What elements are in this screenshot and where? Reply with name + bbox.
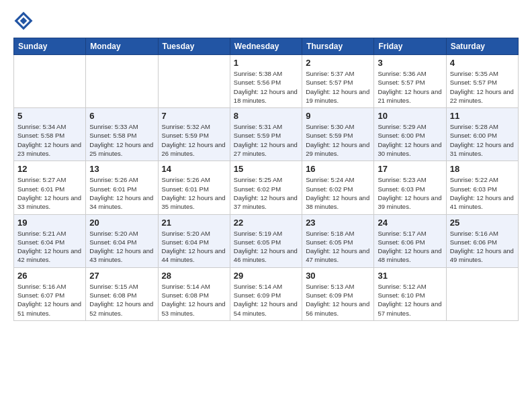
day-number: 7 — [162, 111, 226, 121]
day-number: 28 — [162, 271, 226, 281]
day-number: 13 — [89, 164, 154, 174]
day-number: 17 — [378, 164, 442, 174]
calendar-cell: 24Sunrise: 5:17 AMSunset: 6:06 PMDayligh… — [374, 214, 446, 267]
cell-content: 4Sunrise: 5:35 AMSunset: 5:57 PMDaylight… — [450, 58, 515, 105]
cell-content: 7Sunrise: 5:32 AMSunset: 5:59 PMDaylight… — [162, 111, 226, 158]
day-number: 11 — [450, 111, 515, 121]
cell-content: 20Sunrise: 5:20 AMSunset: 6:04 PMDayligh… — [89, 218, 154, 265]
calendar-cell: 17Sunrise: 5:23 AMSunset: 6:03 PMDayligh… — [374, 161, 446, 214]
cell-content: 17Sunrise: 5:23 AMSunset: 6:03 PMDayligh… — [378, 164, 442, 211]
cell-content: 31Sunrise: 5:12 AMSunset: 6:10 PMDayligh… — [378, 271, 442, 318]
day-number: 29 — [234, 271, 298, 281]
calendar-week-row: 26Sunrise: 5:16 AMSunset: 6:07 PMDayligh… — [14, 267, 519, 320]
calendar-cell: 21Sunrise: 5:20 AMSunset: 6:04 PMDayligh… — [158, 214, 230, 267]
day-info: Sunrise: 5:26 AMSunset: 6:01 PMDaylight:… — [89, 175, 154, 211]
day-number: 5 — [17, 111, 82, 121]
calendar-cell: 12Sunrise: 5:27 AMSunset: 6:01 PMDayligh… — [14, 161, 86, 214]
day-info: Sunrise: 5:28 AMSunset: 6:00 PMDaylight:… — [450, 122, 515, 158]
calendar-cell: 14Sunrise: 5:26 AMSunset: 6:01 PMDayligh… — [158, 161, 230, 214]
calendar-cell: 18Sunrise: 5:22 AMSunset: 6:03 PMDayligh… — [446, 161, 518, 214]
calendar-cell: 29Sunrise: 5:14 AMSunset: 6:09 PMDayligh… — [230, 267, 302, 320]
cell-content: 12Sunrise: 5:27 AMSunset: 6:01 PMDayligh… — [17, 164, 82, 211]
cell-content: 27Sunrise: 5:15 AMSunset: 6:08 PMDayligh… — [89, 271, 154, 318]
cell-content: 18Sunrise: 5:22 AMSunset: 6:03 PMDayligh… — [450, 164, 515, 211]
calendar-cell: 19Sunrise: 5:21 AMSunset: 6:04 PMDayligh… — [14, 214, 86, 267]
cell-content: 23Sunrise: 5:18 AMSunset: 6:05 PMDayligh… — [306, 218, 370, 265]
day-info: Sunrise: 5:17 AMSunset: 6:06 PMDaylight:… — [378, 229, 442, 265]
day-info: Sunrise: 5:13 AMSunset: 6:09 PMDaylight:… — [306, 282, 370, 318]
calendar-cell — [14, 55, 86, 108]
cell-content: 28Sunrise: 5:14 AMSunset: 6:08 PMDayligh… — [162, 271, 226, 318]
day-number: 2 — [306, 58, 370, 68]
page: SundayMondayTuesdayWednesdayThursdayFrid… — [0, 0, 532, 411]
day-info: Sunrise: 5:19 AMSunset: 6:05 PMDaylight:… — [234, 229, 298, 265]
day-info: Sunrise: 5:34 AMSunset: 5:58 PMDaylight:… — [17, 122, 82, 158]
calendar-cell: 23Sunrise: 5:18 AMSunset: 6:05 PMDayligh… — [302, 214, 374, 267]
weekday-header: Wednesday — [230, 38, 302, 55]
day-number: 23 — [306, 218, 370, 228]
day-number: 18 — [450, 164, 515, 174]
day-info: Sunrise: 5:37 AMSunset: 5:57 PMDaylight:… — [306, 69, 370, 105]
cell-content: 29Sunrise: 5:14 AMSunset: 6:09 PMDayligh… — [234, 271, 298, 318]
calendar-cell — [446, 267, 518, 320]
calendar: SundayMondayTuesdayWednesdayThursdayFrid… — [13, 38, 519, 321]
day-info: Sunrise: 5:16 AMSunset: 6:07 PMDaylight:… — [17, 282, 82, 318]
day-info: Sunrise: 5:30 AMSunset: 5:59 PMDaylight:… — [306, 122, 370, 158]
calendar-header-row: SundayMondayTuesdayWednesdayThursdayFrid… — [14, 38, 519, 55]
calendar-cell — [158, 55, 230, 108]
cell-content: 2Sunrise: 5:37 AMSunset: 5:57 PMDaylight… — [306, 58, 370, 105]
calendar-cell: 10Sunrise: 5:29 AMSunset: 6:00 PMDayligh… — [374, 108, 446, 161]
cell-content: 3Sunrise: 5:36 AMSunset: 5:57 PMDaylight… — [378, 58, 442, 105]
calendar-cell: 2Sunrise: 5:37 AMSunset: 5:57 PMDaylight… — [302, 55, 374, 108]
calendar-week-row: 5Sunrise: 5:34 AMSunset: 5:58 PMDaylight… — [14, 108, 519, 161]
cell-content: 10Sunrise: 5:29 AMSunset: 6:00 PMDayligh… — [378, 111, 442, 158]
calendar-cell: 28Sunrise: 5:14 AMSunset: 6:08 PMDayligh… — [158, 267, 230, 320]
calendar-cell: 4Sunrise: 5:35 AMSunset: 5:57 PMDaylight… — [446, 55, 518, 108]
day-info: Sunrise: 5:27 AMSunset: 6:01 PMDaylight:… — [17, 175, 82, 211]
day-info: Sunrise: 5:15 AMSunset: 6:08 PMDaylight:… — [89, 282, 154, 318]
calendar-week-row: 1Sunrise: 5:38 AMSunset: 5:56 PMDaylight… — [14, 55, 519, 108]
day-info: Sunrise: 5:32 AMSunset: 5:59 PMDaylight:… — [162, 122, 226, 158]
day-number: 4 — [450, 58, 515, 68]
day-info: Sunrise: 5:35 AMSunset: 5:57 PMDaylight:… — [450, 69, 515, 105]
day-number: 22 — [234, 218, 298, 228]
day-number: 6 — [89, 111, 154, 121]
weekday-header: Monday — [86, 38, 158, 55]
calendar-week-row: 19Sunrise: 5:21 AMSunset: 6:04 PMDayligh… — [14, 214, 519, 267]
day-info: Sunrise: 5:22 AMSunset: 6:03 PMDaylight:… — [450, 175, 515, 211]
calendar-cell: 5Sunrise: 5:34 AMSunset: 5:58 PMDaylight… — [14, 108, 86, 161]
calendar-week-row: 12Sunrise: 5:27 AMSunset: 6:01 PMDayligh… — [14, 161, 519, 214]
day-number: 14 — [162, 164, 226, 174]
weekday-header: Friday — [374, 38, 446, 55]
day-number: 3 — [378, 58, 442, 68]
day-info: Sunrise: 5:24 AMSunset: 6:02 PMDaylight:… — [306, 175, 370, 211]
day-info: Sunrise: 5:23 AMSunset: 6:03 PMDaylight:… — [378, 175, 442, 211]
day-number: 26 — [17, 271, 82, 281]
day-info: Sunrise: 5:14 AMSunset: 6:09 PMDaylight:… — [234, 282, 298, 318]
day-number: 30 — [306, 271, 370, 281]
day-number: 27 — [89, 271, 154, 281]
day-number: 16 — [306, 164, 370, 174]
cell-content: 11Sunrise: 5:28 AMSunset: 6:00 PMDayligh… — [450, 111, 515, 158]
cell-content: 5Sunrise: 5:34 AMSunset: 5:58 PMDaylight… — [17, 111, 82, 158]
day-number: 15 — [234, 164, 298, 174]
logo — [13, 11, 38, 31]
day-number: 8 — [234, 111, 298, 121]
cell-content: 8Sunrise: 5:31 AMSunset: 5:59 PMDaylight… — [234, 111, 298, 158]
calendar-cell: 31Sunrise: 5:12 AMSunset: 6:10 PMDayligh… — [374, 267, 446, 320]
calendar-cell — [86, 55, 158, 108]
calendar-cell: 27Sunrise: 5:15 AMSunset: 6:08 PMDayligh… — [86, 267, 158, 320]
cell-content: 16Sunrise: 5:24 AMSunset: 6:02 PMDayligh… — [306, 164, 370, 211]
day-info: Sunrise: 5:14 AMSunset: 6:08 PMDaylight:… — [162, 282, 226, 318]
day-info: Sunrise: 5:25 AMSunset: 6:02 PMDaylight:… — [234, 175, 298, 211]
calendar-cell: 30Sunrise: 5:13 AMSunset: 6:09 PMDayligh… — [302, 267, 374, 320]
day-info: Sunrise: 5:12 AMSunset: 6:10 PMDaylight:… — [378, 282, 442, 318]
calendar-cell: 26Sunrise: 5:16 AMSunset: 6:07 PMDayligh… — [14, 267, 86, 320]
cell-content: 26Sunrise: 5:16 AMSunset: 6:07 PMDayligh… — [17, 271, 82, 318]
calendar-cell: 8Sunrise: 5:31 AMSunset: 5:59 PMDaylight… — [230, 108, 302, 161]
cell-content: 22Sunrise: 5:19 AMSunset: 6:05 PMDayligh… — [234, 218, 298, 265]
calendar-cell: 22Sunrise: 5:19 AMSunset: 6:05 PMDayligh… — [230, 214, 302, 267]
weekday-header: Tuesday — [158, 38, 230, 55]
day-number: 19 — [17, 218, 82, 228]
weekday-header: Sunday — [14, 38, 86, 55]
